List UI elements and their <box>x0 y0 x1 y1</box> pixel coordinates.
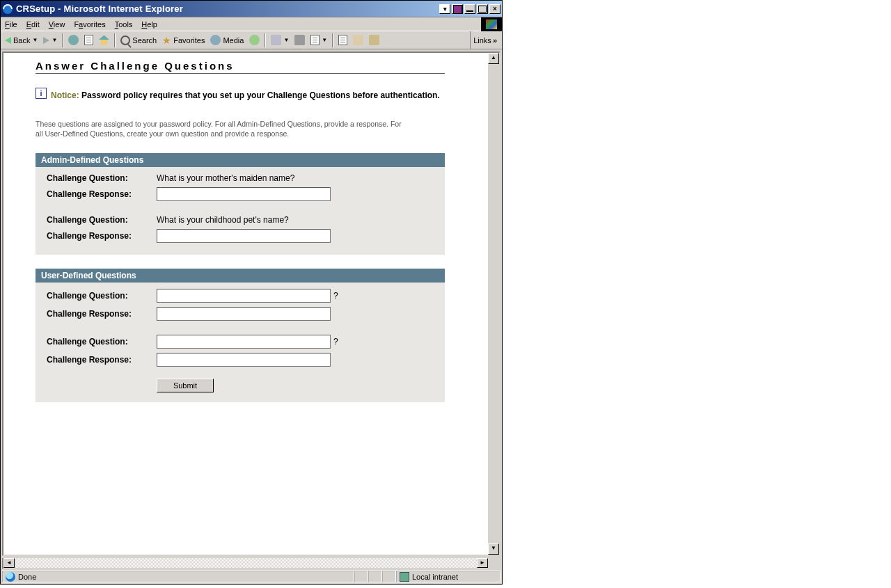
menu-view[interactable]: View <box>49 20 65 29</box>
ie-logo-icon <box>481 17 502 31</box>
forward-arrow-icon <box>43 37 49 44</box>
print-button[interactable] <box>292 33 307 47</box>
chevron-down-icon: ▼ <box>322 37 327 43</box>
submit-button[interactable]: Submit <box>157 379 214 392</box>
info-icon: i <box>36 88 47 99</box>
menu-favorites[interactable]: Favorites <box>74 20 105 29</box>
search-label: Search <box>132 36 157 45</box>
minimize-button[interactable] <box>464 4 475 14</box>
discuss-button[interactable] <box>336 33 349 47</box>
links-button[interactable]: Links » <box>470 31 500 49</box>
edit-button[interactable]: ▼ <box>308 33 329 47</box>
scroll-up-button[interactable]: ▲ <box>488 53 499 64</box>
vertical-scrollbar[interactable]: ▲ ▼ <box>488 53 499 555</box>
menu-file-label: ile <box>10 20 17 29</box>
challenge-response-label: Challenge Response: <box>47 231 157 241</box>
challenge-response-label: Challenge Response: <box>47 355 157 365</box>
history-icon <box>249 35 260 45</box>
star-icon: ★ <box>162 35 171 45</box>
scroll-corner <box>488 558 499 568</box>
maximize-button[interactable] <box>477 4 488 14</box>
status-cell-2 <box>368 571 382 582</box>
toolbar-separator <box>114 33 116 47</box>
research-icon <box>353 35 363 45</box>
messenger-icon <box>369 35 379 45</box>
chevron-down-icon: ▼ <box>283 37 289 43</box>
menu-edit[interactable]: Edit <box>26 20 40 29</box>
scroll-down-button[interactable]: ▼ <box>488 543 499 555</box>
page-status-icon <box>6 572 15 582</box>
forward-button[interactable]: ▼ <box>41 35 59 45</box>
user-response-2-input[interactable] <box>157 353 331 367</box>
home-button[interactable] <box>97 34 111 47</box>
notice-text: Notice: Password policy requires that yo… <box>51 88 440 104</box>
messenger-button[interactable] <box>367 33 381 47</box>
admin-response-1-input[interactable] <box>157 187 331 201</box>
notice-row: i Notice: Password policy requires that … <box>36 88 478 104</box>
menubar: File Edit View Favorites Tools Help <box>1 17 502 31</box>
back-arrow-icon <box>5 37 11 44</box>
user-question-1-input[interactable] <box>157 289 331 303</box>
back-label: Back <box>13 36 30 45</box>
chevron-down-icon: ▼ <box>52 37 57 43</box>
chevron-down-icon: ▼ <box>32 37 38 43</box>
back-button[interactable]: Back ▼ <box>3 35 40 46</box>
research-button[interactable] <box>351 33 365 47</box>
favorites-button[interactable]: ★Favorites <box>160 34 207 47</box>
scroll-right-button[interactable]: ► <box>477 558 488 568</box>
scroll-left-button[interactable]: ◄ <box>3 558 15 568</box>
media-label: Media <box>223 36 244 45</box>
history-button[interactable] <box>247 33 262 47</box>
admin-response-2-input[interactable] <box>157 229 331 243</box>
status-cell-1 <box>354 571 368 582</box>
media-button[interactable]: Media <box>208 33 246 47</box>
user-response-1-input[interactable] <box>157 307 331 321</box>
mail-icon <box>271 35 281 45</box>
status-text: Done <box>18 573 36 581</box>
page-title: Answer Challenge Questions <box>36 60 445 74</box>
close-button[interactable]: × <box>489 4 500 14</box>
titlebar: CRSetup - Microsoft Internet Explorer ▾ … <box>1 1 502 17</box>
admin-question-2: What is your childhood pet's name? <box>157 215 289 225</box>
security-zone: Local intranet <box>396 571 500 582</box>
window-title: CRSetup - Microsoft Internet Explorer <box>16 3 183 14</box>
scroll-track[interactable] <box>15 558 477 568</box>
menu-file[interactable]: File <box>5 20 17 29</box>
refresh-button[interactable] <box>82 33 95 47</box>
toolbar: Back ▼ ▼ Search ★Favorites Media ▼ ▼ Lin… <box>1 31 502 49</box>
horizontal-scrollbar[interactable]: ◄ ► <box>2 558 500 569</box>
user-defined-panel: User-Defined Questions Challenge Questio… <box>36 269 445 402</box>
home-icon <box>99 35 109 45</box>
search-button[interactable]: Search <box>118 34 159 47</box>
question-mark: ? <box>333 291 338 301</box>
content-viewport: ▲ ▼ Answer Challenge Questions i Notice:… <box>2 51 500 556</box>
titlebar-extra-icon[interactable]: ▾ <box>439 4 450 14</box>
toolbar-separator <box>265 33 266 47</box>
stop-button[interactable] <box>66 33 81 47</box>
toolbar-separator <box>62 33 63 47</box>
challenge-question-label: Challenge Question: <box>47 215 157 225</box>
question-mark: ? <box>333 337 338 347</box>
mail-button[interactable]: ▼ <box>269 33 291 47</box>
links-label: Links <box>473 36 491 45</box>
menu-help[interactable]: Help <box>141 20 157 29</box>
zone-label: Local intranet <box>412 573 458 581</box>
menu-tools[interactable]: Tools <box>115 20 133 29</box>
chevron-right-icon: » <box>493 36 497 45</box>
admin-defined-panel: Admin-Defined Questions Challenge Questi… <box>36 153 445 255</box>
status-left: Done <box>2 571 354 582</box>
edit-icon <box>310 35 320 45</box>
user-panel-header: User-Defined Questions <box>36 269 445 283</box>
toolbar-separator <box>332 33 333 47</box>
user-question-2-input[interactable] <box>157 335 331 349</box>
zone-icon <box>400 572 409 582</box>
media-icon <box>210 35 221 45</box>
ie-app-icon <box>2 3 13 15</box>
description-text: These questions are assigned to your pas… <box>36 119 404 139</box>
admin-panel-header: Admin-Defined Questions <box>36 153 445 167</box>
titlebar-icon[interactable] <box>452 4 463 14</box>
challenge-response-label: Challenge Response: <box>47 189 157 199</box>
ie-window: CRSetup - Microsoft Internet Explorer ▾ … <box>0 0 503 585</box>
challenge-question-label: Challenge Question: <box>47 173 157 183</box>
notice-body: Password policy requires that you set up… <box>81 90 440 100</box>
